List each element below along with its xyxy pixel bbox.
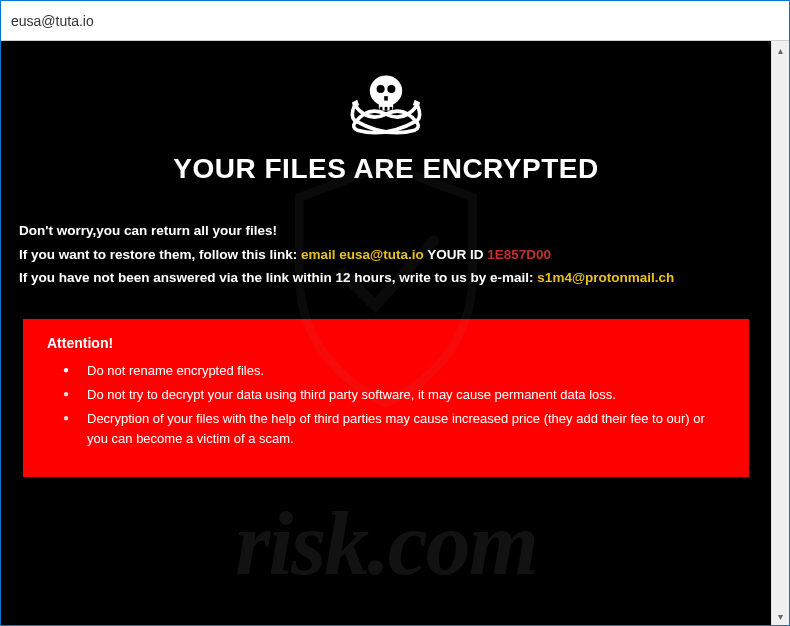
user-id: 1E857D00 xyxy=(487,247,551,262)
attention-title: Attention! xyxy=(47,335,725,351)
svg-rect-6 xyxy=(385,107,388,111)
content-area: YOUR FILES ARE ENCRYPTED Don't worry,you… xyxy=(1,41,771,625)
attention-item: Do not try to decrypt your data using th… xyxy=(87,385,725,405)
watermark-text: risk.com xyxy=(235,492,537,595)
attention-item: Decryption of your files with the help o… xyxy=(87,409,725,449)
intro-line2-prefix: If you want to restore them, follow this… xyxy=(19,247,301,262)
attention-list: Do not rename encrypted files. Do not tr… xyxy=(47,361,725,450)
intro-line-3: If you have not been answered via the li… xyxy=(19,267,753,289)
vertical-scrollbar[interactable]: ▴ ▾ xyxy=(771,41,789,625)
svg-point-2 xyxy=(377,85,385,93)
svg-point-0 xyxy=(370,75,402,106)
intro-line3-prefix: If you have not been answered via the li… xyxy=(19,270,537,285)
scroll-up-arrow-icon[interactable]: ▴ xyxy=(772,41,789,59)
scroll-down-arrow-icon[interactable]: ▾ xyxy=(772,607,789,625)
svg-rect-4 xyxy=(384,96,388,100)
attention-box: Attention! Do not rename encrypted files… xyxy=(23,319,749,478)
secondary-email: s1m4@protonmail.ch xyxy=(537,270,674,285)
svg-point-3 xyxy=(387,85,395,93)
intro-line-1: Don't worry,you can return all your file… xyxy=(19,220,753,242)
id-label: YOUR ID xyxy=(424,247,488,262)
primary-email: eusa@tuta.io xyxy=(339,247,423,262)
content-wrapper: YOUR FILES ARE ENCRYPTED Don't worry,you… xyxy=(1,41,789,625)
skull-crossbones-icon xyxy=(19,71,753,145)
window-title: eusa@tuta.io xyxy=(11,13,94,29)
attention-item: Do not rename encrypted files. xyxy=(87,361,725,381)
svg-rect-7 xyxy=(390,107,393,111)
email-label: email xyxy=(301,247,339,262)
intro-line-2: If you want to restore them, follow this… xyxy=(19,244,753,266)
intro-text: Don't worry,you can return all your file… xyxy=(19,220,753,289)
ransom-window: eusa@tuta.io xyxy=(1,1,789,625)
svg-rect-5 xyxy=(380,107,383,111)
main-heading: YOUR FILES ARE ENCRYPTED xyxy=(19,153,753,185)
titlebar[interactable]: eusa@tuta.io xyxy=(1,1,789,41)
